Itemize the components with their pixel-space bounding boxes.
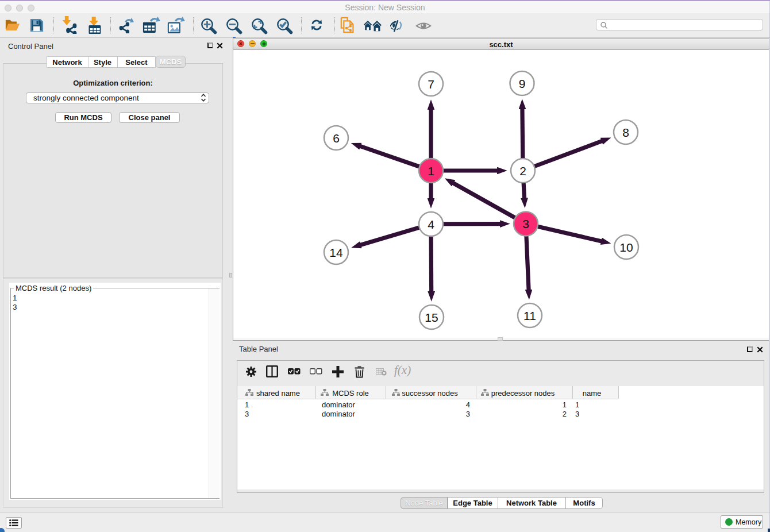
svg-text:7: 7 <box>428 78 434 91</box>
svg-text:9: 9 <box>519 77 526 90</box>
svg-text:10: 10 <box>619 241 633 254</box>
svg-text:1: 1 <box>428 164 434 178</box>
svg-text:6: 6 <box>333 132 340 145</box>
svg-text:3: 3 <box>522 217 529 230</box>
svg-text:8: 8 <box>622 126 629 139</box>
svg-text:2: 2 <box>519 164 526 178</box>
svg-text:15: 15 <box>425 311 438 324</box>
svg-text:14: 14 <box>329 246 343 259</box>
svg-text:4: 4 <box>428 218 434 231</box>
svg-text:11: 11 <box>523 309 536 322</box>
